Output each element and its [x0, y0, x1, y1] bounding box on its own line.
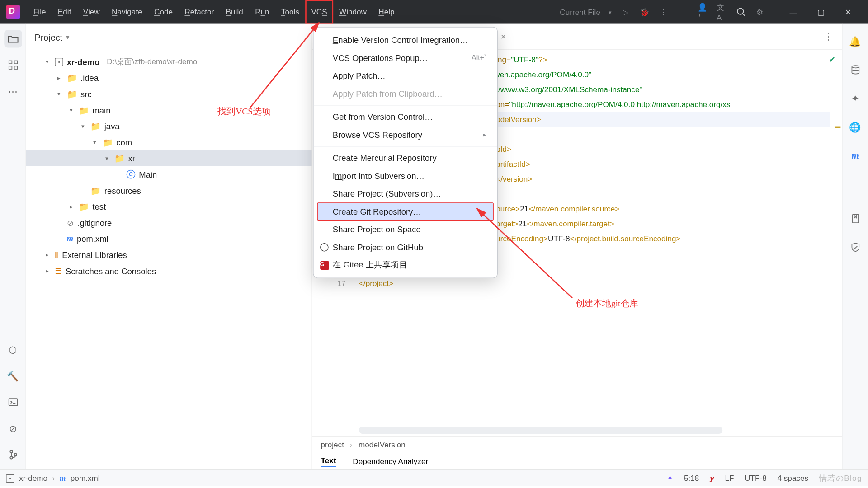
ai-status-icon[interactable]: ✦: [667, 474, 674, 483]
annotation-create-git: 创建本地git仓库: [576, 298, 639, 309]
tree-gitignore[interactable]: ⊘.gitignore: [26, 215, 312, 231]
menu-view[interactable]: View: [77, 0, 106, 24]
vcs-share-svn[interactable]: Share Project (Subversion)…: [314, 185, 497, 203]
tab-dependency-analyzer[interactable]: Dependency Analyzer: [353, 457, 428, 466]
tree-label: com: [116, 137, 132, 147]
warning-marker[interactable]: [835, 127, 840, 128]
problems-icon[interactable]: ⊘: [4, 419, 22, 437]
menu-vcs[interactable]: VCS: [305, 0, 333, 24]
horizontal-scrollbar[interactable]: [359, 427, 722, 434]
vcs-create-git-repo[interactable]: Create Git Repository…: [317, 202, 494, 221]
svg-point-8: [10, 456, 12, 459]
svg-point-7: [10, 450, 12, 453]
search-icon[interactable]: [736, 7, 746, 18]
tree-xr[interactable]: ▾📁xr: [26, 150, 312, 166]
vcs-tool-icon[interactable]: [4, 446, 22, 464]
indent-info[interactable]: 4 spaces: [777, 474, 808, 483]
editor-more-icon[interactable]: ⋮: [824, 31, 842, 42]
line-separator[interactable]: LF: [725, 474, 734, 483]
close-button[interactable]: ✕: [835, 0, 862, 24]
tree-label: java: [104, 121, 120, 131]
tree-root[interactable]: ▾▪xr-demoD:\桌面\zfb-demo\xr-demo: [26, 54, 312, 70]
main-menu: File Edit View Navigate Code Refactor Bu…: [28, 0, 401, 24]
project-tool-icon[interactable]: [4, 30, 22, 48]
tree-src[interactable]: ▾📁src: [26, 86, 312, 102]
vcs-browse-repo[interactable]: Browse VCS Repository▸: [314, 126, 497, 144]
tree-com[interactable]: ▾📁com: [26, 134, 312, 150]
translate-icon[interactable]: 文A: [717, 7, 727, 18]
vcs-create-hg[interactable]: Create Mercurial Repository: [314, 149, 497, 167]
encoding[interactable]: UTF-8: [745, 474, 767, 483]
tree-label: src: [80, 89, 92, 99]
tree-pom[interactable]: mpom.xml: [26, 230, 312, 247]
terminal-icon[interactable]: [4, 393, 22, 411]
vcs-get-from-vc[interactable]: Get from Version Control…: [314, 108, 497, 126]
menu-edit[interactable]: Edit: [52, 0, 77, 24]
svg-point-9: [14, 454, 16, 456]
menu-refactor[interactable]: Refactor: [179, 0, 220, 24]
more-icon[interactable]: ⋮: [658, 7, 669, 18]
status-breadcrumb-file[interactable]: pom.xml: [71, 474, 100, 483]
shield-icon[interactable]: [846, 238, 864, 256]
vcs-share-space[interactable]: Share Project on Space: [314, 221, 497, 239]
vcs-import-svn[interactable]: Import into Subversion…: [314, 167, 497, 185]
vcs-apply-patch[interactable]: Apply Patch…: [314, 67, 497, 85]
menu-window[interactable]: Window: [333, 0, 373, 24]
left-tool-strip: ⋯ ⬡ 🔨 ⊘: [0, 24, 26, 469]
build-tool-icon[interactable]: 🔨: [4, 367, 22, 385]
maximize-button[interactable]: ▢: [807, 0, 835, 24]
minimize-button[interactable]: ―: [780, 0, 807, 24]
tab-close-icon[interactable]: ×: [501, 32, 506, 42]
watermark: 惜若のBlog: [819, 473, 862, 483]
breadcrumb-item[interactable]: modelVersion: [359, 441, 406, 450]
tree-label: .idea: [80, 73, 99, 83]
menu-tools[interactable]: Tools: [275, 0, 305, 24]
status-breadcrumb-root[interactable]: xr-demo: [19, 474, 47, 483]
menu-run[interactable]: Run: [249, 0, 275, 24]
svg-point-10: [852, 66, 859, 68]
notifications-icon[interactable]: 🔔: [846, 32, 864, 50]
web-icon[interactable]: 🌐: [846, 118, 864, 136]
tree-label: pom.xml: [77, 234, 108, 244]
title-bar: File Edit View Navigate Code Refactor Bu…: [0, 0, 868, 24]
run-icon[interactable]: ▷: [620, 7, 631, 18]
tree-main-class[interactable]: CMain: [26, 166, 312, 183]
editor-bottom-tabs: Text Dependency Analyzer: [312, 453, 842, 469]
vcs-share-gitee[interactable]: G在 Gitee 上共享项目: [314, 256, 497, 274]
breadcrumb-item[interactable]: project: [321, 441, 344, 450]
bookmark-icon[interactable]: [846, 210, 864, 228]
tab-text[interactable]: Text: [321, 455, 336, 467]
tree-ext-lib[interactable]: ▸⫴External Libraries: [26, 247, 312, 263]
menu-navigate[interactable]: Navigate: [106, 0, 148, 24]
module-icon: ▪: [6, 474, 14, 482]
vcs-share-github[interactable]: Share Project on GitHub: [314, 238, 497, 256]
svg-point-0: [737, 8, 743, 14]
debug-icon[interactable]: 🐞: [639, 7, 650, 18]
yiyan-icon[interactable]: y: [710, 474, 714, 483]
chevron-down-icon: ▾: [609, 9, 612, 15]
maven-tool-icon[interactable]: m: [846, 146, 864, 164]
more-tools-icon[interactable]: ⋯: [4, 82, 22, 100]
tree-label: xr: [128, 154, 135, 163]
tree-resources[interactable]: 📁resources: [26, 183, 312, 199]
tree-scratch[interactable]: ▸≣Scratches and Consoles: [26, 263, 312, 279]
settings-icon[interactable]: ⚙: [755, 7, 765, 18]
database-icon[interactable]: [846, 61, 864, 79]
code-with-me-icon[interactable]: 👤⁺: [698, 7, 708, 18]
structure-tool-icon[interactable]: [4, 56, 22, 74]
menu-help[interactable]: Help: [373, 0, 401, 24]
services-icon[interactable]: ⬡: [4, 341, 22, 359]
tree-label: resources: [104, 186, 141, 195]
menu-build[interactable]: Build: [220, 0, 249, 24]
project-header[interactable]: Project ▾: [26, 24, 312, 50]
ai-icon[interactable]: ✦: [846, 89, 864, 108]
menu-code[interactable]: Code: [148, 0, 179, 24]
run-config-selector[interactable]: Current File: [560, 7, 600, 16]
tree-test[interactable]: ▸📁test: [26, 198, 312, 215]
caret-position[interactable]: 5:18: [684, 474, 699, 483]
tree-idea[interactable]: ▸📁.idea: [26, 70, 312, 86]
tree-java[interactable]: ▾📁java: [26, 118, 312, 134]
vcs-operations-popup[interactable]: VCS Operations Popup…Alt+`: [314, 49, 497, 67]
vcs-enable-integration[interactable]: Enable Version Control Integration…: [314, 31, 497, 49]
menu-file[interactable]: File: [28, 0, 52, 24]
